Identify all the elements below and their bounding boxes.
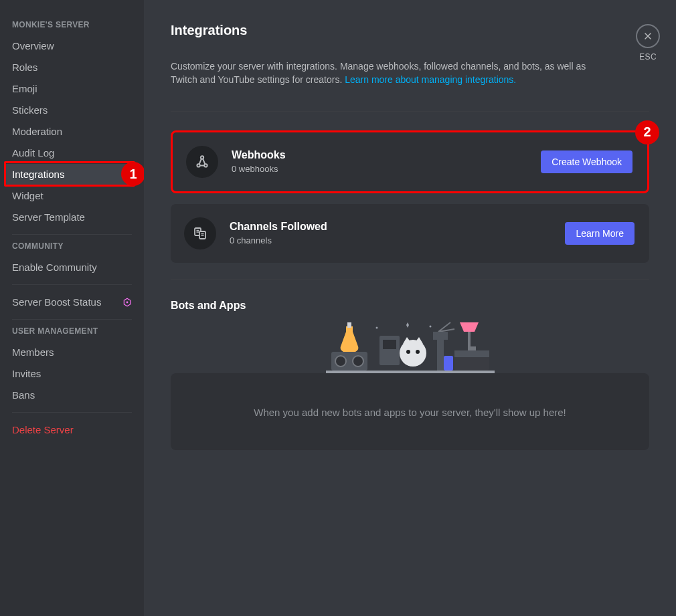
create-webhook-button[interactable]: Create Webhook	[541, 150, 632, 173]
bots-empty-card: When you add new bots and apps to your s…	[171, 373, 649, 450]
divider	[171, 111, 649, 112]
sidebar-section-community: COMMUNITY	[4, 241, 140, 256]
settings-sidebar: MONKIE'S SERVER Overview Roles Emoji Sti…	[0, 0, 144, 616]
sidebar-item-delete-server[interactable]: Delete Server	[4, 419, 140, 440]
svg-point-1	[197, 164, 199, 167]
webhooks-card: Webhooks 0 webhooks Create Webhook 2	[171, 130, 649, 193]
sidebar-item-enable-community[interactable]: Enable Community	[4, 257, 140, 278]
content-area: ESC Integrations Customize your server w…	[144, 0, 676, 616]
sidebar-item-bans[interactable]: Bans	[4, 385, 140, 405]
channels-title: Channels Followed	[230, 221, 565, 233]
annotation-badge-2: 2	[635, 120, 659, 144]
sidebar-item-server-template[interactable]: Server Template	[4, 207, 140, 227]
svg-point-13	[400, 340, 426, 367]
sidebar-divider	[12, 284, 132, 285]
sidebar-item-moderation[interactable]: Moderation	[4, 121, 140, 142]
bots-empty-text: When you add new bots and apps to your s…	[254, 407, 566, 418]
svg-point-15	[416, 350, 420, 354]
bots-section-title: Bots and Apps	[171, 300, 649, 312]
sidebar-item-auditlog[interactable]: Audit Log	[4, 142, 140, 163]
svg-rect-10	[347, 322, 351, 328]
svg-rect-12	[383, 340, 396, 349]
sidebar-divider	[12, 319, 132, 320]
svg-point-9	[353, 356, 363, 367]
svg-rect-22	[444, 356, 453, 371]
close-button[interactable]	[636, 24, 660, 48]
channels-learn-more-button[interactable]: Learn More	[565, 222, 635, 245]
followed-icon	[192, 225, 208, 241]
boost-icon	[122, 298, 132, 307]
svg-point-23	[375, 326, 377, 328]
sidebar-item-widget[interactable]: Widget	[4, 185, 140, 206]
svg-point-8	[335, 356, 346, 367]
sidebar-item-boost[interactable]: Server Boost Status	[4, 292, 140, 312]
svg-rect-20	[454, 350, 489, 357]
svg-point-3	[201, 156, 203, 159]
svg-point-0	[126, 301, 129, 303]
svg-rect-6	[326, 371, 495, 373]
svg-rect-16	[433, 332, 448, 340]
learn-more-link[interactable]: Learn more about managing integrations.	[345, 74, 516, 85]
channels-sub: 0 channels	[230, 235, 565, 245]
sidebar-divider	[12, 234, 132, 235]
svg-point-24	[429, 325, 431, 327]
sidebar-divider	[12, 412, 132, 413]
close-icon	[643, 31, 653, 41]
close-label: ESC	[636, 52, 660, 62]
webhook-icon	[193, 153, 211, 171]
channels-card: Channels Followed 0 channels Learn More	[171, 204, 649, 263]
bots-art	[171, 316, 649, 376]
sidebar-item-roles[interactable]: Roles	[4, 57, 140, 78]
sidebar-item-integrations[interactable]: Integrations	[4, 164, 140, 185]
sidebar-section-server: MONKIE'S SERVER	[4, 20, 140, 35]
divider	[171, 279, 649, 280]
sidebar-item-members[interactable]: Members	[4, 342, 140, 363]
svg-rect-21	[468, 346, 476, 350]
webhooks-sub: 0 webhooks	[232, 164, 541, 174]
svg-rect-17	[437, 340, 444, 371]
sidebar-item-invites[interactable]: Invites	[4, 363, 140, 384]
channels-icon	[184, 217, 216, 249]
bots-art-icon	[326, 318, 495, 376]
sidebar-item-emoji[interactable]: Emoji	[4, 78, 140, 99]
sidebar-section-usermgmt: USER MANAGEMENT	[4, 326, 140, 341]
page-description: Customize your server with integrations.…	[171, 60, 612, 87]
webhooks-icon	[186, 146, 218, 178]
sidebar-item-overview[interactable]: Overview	[4, 35, 140, 56]
webhooks-title: Webhooks	[232, 149, 541, 161]
svg-point-14	[406, 350, 410, 354]
sidebar-item-stickers[interactable]: Stickers	[4, 100, 140, 120]
page-title: Integrations	[171, 23, 649, 38]
svg-point-2	[204, 164, 207, 167]
close-stack: ESC	[636, 24, 660, 62]
